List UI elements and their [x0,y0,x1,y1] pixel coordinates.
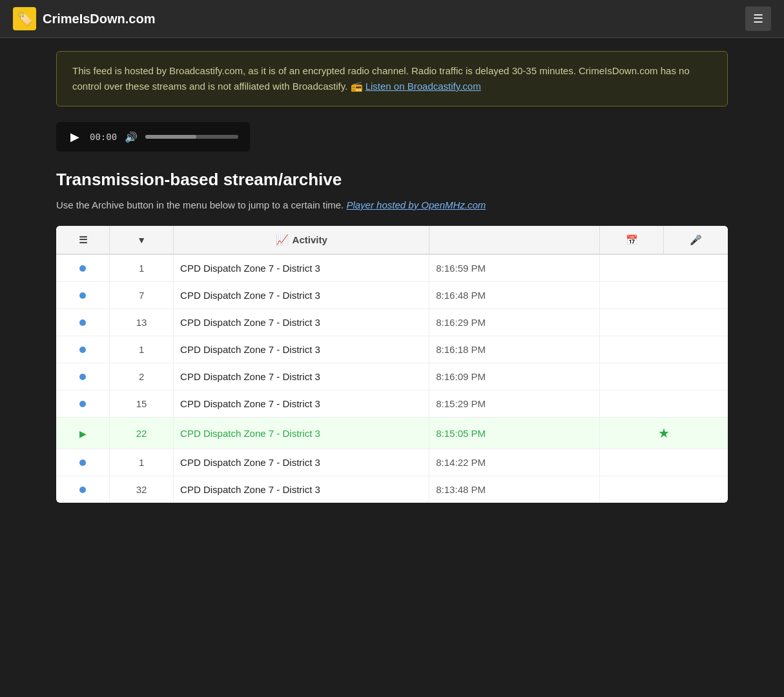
th-filter[interactable]: ▼ [110,226,174,254]
row-timestamp: 8:16:09 PM [429,363,600,390]
broadcastify-link[interactable]: Listen on Broadcastify.com [366,81,481,92]
row-channel-name[interactable]: CPD Dispatch Zone 7 - District 3 [174,449,429,476]
row-star[interactable] [600,282,728,309]
row-status-indicator [56,476,110,503]
row-status-indicator [56,390,110,418]
row-number: 32 [110,476,174,503]
dot-icon [79,487,86,493]
star-icon: ★ [658,426,670,440]
row-timestamp: 8:16:18 PM [429,336,600,363]
dot-icon [79,347,86,353]
row-timestamp: 8:16:29 PM [429,309,600,336]
dot-icon [79,319,86,326]
alert-emoji: 📻 [351,81,366,92]
dot-icon [79,374,86,380]
row-timestamp: 8:13:48 PM [429,476,600,503]
th-time [429,226,600,254]
time-display: 00:00 [90,132,117,142]
row-star[interactable] [600,449,728,476]
row-channel-name[interactable]: CPD Dispatch Zone 7 - District 3 [174,336,429,363]
transmissions-table: ☰ ▼ 📈 Activity 📅 🎤 [56,226,728,503]
audio-player: ▶ 00:00 🔊 [56,122,250,152]
row-channel-name[interactable]: CPD Dispatch Zone 7 - District 3 [174,309,429,336]
row-channel-name[interactable]: CPD Dispatch Zone 7 - District 3 [174,254,429,282]
row-number: 1 [110,336,174,363]
dot-icon [79,401,86,407]
row-star[interactable] [600,336,728,363]
table-header-row: ☰ ▼ 📈 Activity 📅 🎤 [56,226,728,254]
row-star[interactable] [600,254,728,282]
dot-icon [79,460,86,466]
th-mic[interactable]: 🎤 [664,226,728,254]
progress-bar[interactable] [145,135,238,139]
main-content: This feed is hosted by Broadcastify.com,… [43,38,741,516]
row-status-indicator [56,336,110,363]
row-channel-name[interactable]: CPD Dispatch Zone 7 - District 3 [174,476,429,503]
site-header: 🏷️ CrimeIsDown.com ☰ [0,0,784,38]
table-row[interactable]: 7CPD Dispatch Zone 7 - District 38:16:48… [56,282,728,309]
row-timestamp: 8:15:05 PM [429,418,600,449]
row-timestamp: 8:14:22 PM [429,449,600,476]
menu-button[interactable]: ☰ [745,6,771,31]
table-row[interactable]: 13CPD Dispatch Zone 7 - District 38:16:2… [56,309,728,336]
table-row[interactable]: 32CPD Dispatch Zone 7 - District 38:13:4… [56,476,728,503]
row-number: 22 [110,418,174,449]
th-activity[interactable]: 📈 Activity [174,226,429,254]
site-title: CrimeIsDown.com [43,12,155,26]
alert-box: This feed is hosted by Broadcastify.com,… [56,51,728,106]
brand: 🏷️ CrimeIsDown.com [13,7,155,30]
table-row[interactable]: 15CPD Dispatch Zone 7 - District 38:15:2… [56,390,728,418]
section-title: Transmission-based stream/archive [56,170,728,190]
row-timestamp: 8:16:59 PM [429,254,600,282]
row-star[interactable] [600,390,728,418]
row-number: 7 [110,282,174,309]
dot-icon [79,265,86,272]
site-logo: 🏷️ [13,7,36,30]
row-channel-name[interactable]: CPD Dispatch Zone 7 - District 3 [174,363,429,390]
table-row[interactable]: 2CPD Dispatch Zone 7 - District 38:16:09… [56,363,728,390]
row-number: 1 [110,449,174,476]
row-channel-name[interactable]: CPD Dispatch Zone 7 - District 3 [174,390,429,418]
activity-chart-icon: 📈 [276,234,289,246]
row-channel-name[interactable]: CPD Dispatch Zone 7 - District 3 [174,418,429,449]
table-row[interactable]: 1CPD Dispatch Zone 7 - District 38:16:59… [56,254,728,282]
row-timestamp: 8:16:48 PM [429,282,600,309]
table-row[interactable]: ▶22CPD Dispatch Zone 7 - District 38:15:… [56,418,728,449]
row-star[interactable] [600,309,728,336]
row-star[interactable]: ★ [600,418,728,449]
row-status-indicator [56,363,110,390]
row-number: 15 [110,390,174,418]
playing-icon: ▶ [79,429,87,439]
section-desc: Use the Archive button in the menu below… [56,197,728,213]
play-button[interactable]: ▶ [68,130,82,144]
row-number: 1 [110,254,174,282]
row-number: 13 [110,309,174,336]
openmhz-link[interactable]: Player hosted by OpenMHz.com [346,199,486,210]
th-menu[interactable]: ☰ [56,226,110,254]
th-calendar[interactable]: 📅 [600,226,664,254]
row-timestamp: 8:15:29 PM [429,390,600,418]
volume-icon: 🔊 [125,131,138,143]
row-star[interactable] [600,476,728,503]
row-status-indicator: ▶ [56,418,110,449]
row-status-indicator [56,254,110,282]
row-number: 2 [110,363,174,390]
row-status-indicator [56,282,110,309]
row-status-indicator [56,449,110,476]
row-star[interactable] [600,363,728,390]
row-status-indicator [56,309,110,336]
row-channel-name[interactable]: CPD Dispatch Zone 7 - District 3 [174,282,429,309]
table-row[interactable]: 1CPD Dispatch Zone 7 - District 38:14:22… [56,449,728,476]
dot-icon [79,292,86,299]
table-row[interactable]: 1CPD Dispatch Zone 7 - District 38:16:18… [56,336,728,363]
progress-bar-fill [145,135,196,139]
